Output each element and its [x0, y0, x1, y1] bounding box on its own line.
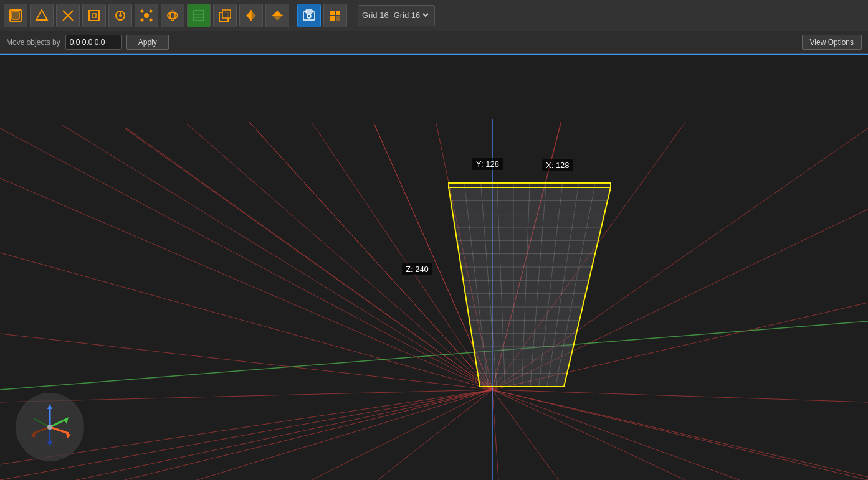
- vertex-tool[interactable]: [30, 4, 54, 27]
- svg-rect-28: [336, 11, 340, 15]
- separator-1: [293, 6, 293, 25]
- flip-v-tool[interactable]: [265, 4, 289, 27]
- svg-marker-34: [47, 441, 52, 446]
- resize-tool[interactable]: [82, 4, 106, 27]
- svg-rect-27: [330, 11, 335, 15]
- svg-point-10: [144, 13, 149, 18]
- svg-rect-1: [12, 12, 19, 19]
- vertex-select-tool[interactable]: [135, 4, 158, 27]
- svg-marker-36: [66, 433, 71, 438]
- svg-point-11: [141, 9, 144, 12]
- svg-rect-17: [194, 11, 204, 21]
- camera-orbit-tool[interactable]: [161, 4, 184, 27]
- svg-line-39: [50, 419, 67, 427]
- svg-marker-2: [36, 10, 47, 20]
- svg-marker-38: [31, 433, 36, 438]
- grid-dropdown[interactable]: Grid 1 Grid 2 Grid 4 Grid 8 Grid 16 Grid…: [391, 10, 431, 21]
- svg-marker-40: [64, 417, 69, 424]
- apply-button[interactable]: Apply: [126, 35, 169, 50]
- rotate-tool[interactable]: [108, 4, 132, 27]
- texture-tool[interactable]: [187, 4, 211, 27]
- svg-line-35: [50, 427, 69, 433]
- orientation-gizmo: [16, 393, 84, 461]
- mode-tool[interactable]: [323, 4, 347, 27]
- main-toolbar: Grid 16 Grid 1 Grid 2 Grid 4 Grid 8 Grid…: [0, 0, 868, 31]
- svg-point-15: [168, 12, 178, 19]
- clip-tool[interactable]: [56, 4, 80, 27]
- grid-label: Grid 16: [362, 11, 389, 20]
- flip-h-tool[interactable]: [239, 4, 263, 27]
- svg-line-37: [33, 427, 50, 433]
- svg-point-13: [141, 18, 144, 21]
- svg-rect-6: [92, 14, 96, 17]
- move-objects-input[interactable]: [65, 35, 122, 50]
- svg-point-42: [47, 425, 52, 430]
- svg-rect-29: [330, 16, 335, 21]
- 3d-canvas[interactable]: [0, 54, 868, 480]
- view-options-button[interactable]: View Options: [802, 35, 862, 50]
- svg-point-12: [150, 9, 153, 12]
- svg-marker-32: [47, 404, 52, 409]
- svg-rect-21: [222, 10, 231, 18]
- move-objects-label: Move objects by: [6, 38, 60, 47]
- 3d-viewport[interactable]: Y: 128 X: 128 Z: 240: [0, 54, 868, 480]
- select-tool[interactable]: [4, 4, 27, 27]
- grid-select-wrap[interactable]: Grid 16 Grid 1 Grid 2 Grid 4 Grid 8 Grid…: [358, 5, 435, 26]
- svg-rect-30: [336, 16, 340, 21]
- svg-point-14: [150, 18, 153, 21]
- secondary-toolbar: Move objects by Apply View Options: [0, 31, 868, 54]
- svg-point-8: [119, 14, 122, 17]
- svg-point-26: [307, 14, 311, 18]
- camera-select-tool[interactable]: [297, 4, 321, 27]
- svg-rect-5: [89, 11, 99, 21]
- separator-2: [351, 6, 351, 25]
- decal-tool[interactable]: [213, 4, 237, 27]
- svg-line-41: [34, 419, 50, 427]
